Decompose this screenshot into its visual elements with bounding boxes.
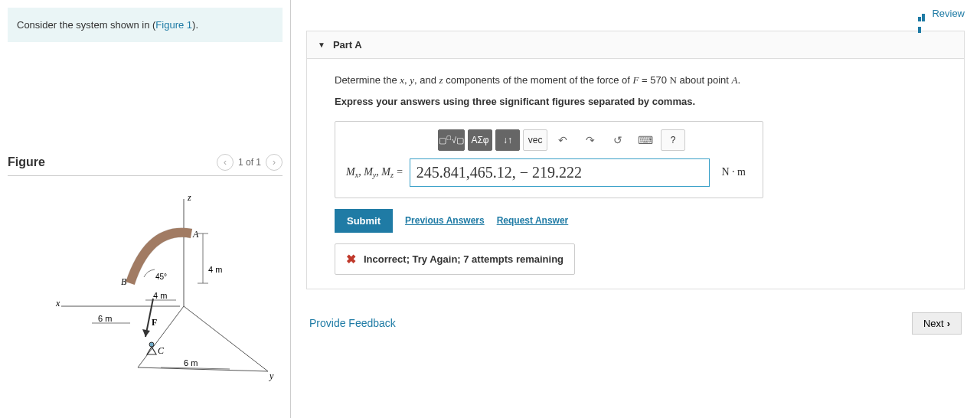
fig-B-label: B — [121, 276, 127, 287]
instruction-text: Express your answers using three signifi… — [335, 96, 936, 107]
fig-6mA-label: 6 m — [98, 314, 112, 323]
review-icon — [918, 10, 929, 18]
fig-A-label: A — [192, 229, 199, 240]
figure-pager: ‹ 1 of 1 › — [217, 154, 283, 171]
bottom-row: Provide Feedback Next › — [306, 312, 965, 335]
fig-z-label: z — [187, 192, 191, 203]
fig-4mB-label: 4 m — [153, 291, 167, 300]
figure-header: Figure ‹ 1 of 1 › — [8, 149, 283, 176]
figure-title: Figure — [8, 155, 45, 169]
submit-button[interactable]: Submit — [335, 209, 393, 233]
right-panel: Review ▼ Part A Determine the x, y, and … — [291, 0, 980, 418]
submit-row: Submit Previous Answers Request Answer — [335, 209, 936, 233]
undo-button[interactable]: ↶ — [550, 129, 575, 151]
fig-4mA-label: 4 m — [208, 265, 222, 274]
fig-F-label: F — [152, 317, 157, 328]
feedback-text: Incorrect; Try Again; 7 attempts remaini… — [364, 253, 564, 265]
fig-angle-label: 45° — [155, 273, 167, 281]
svg-line-2 — [138, 367, 268, 371]
help-button[interactable]: ? — [661, 129, 685, 151]
fig-C-label: C — [158, 345, 165, 356]
problem-statement: Consider the system shown in (Figure 1). — [8, 8, 283, 42]
review-text: Review — [932, 8, 965, 19]
figure-prev-button[interactable]: ‹ — [217, 154, 234, 171]
answer-box: ▢▢√▢ ΑΣφ ↓↑ vec ↶ ↷ ↺ ⌨ ? Mx, My, Mz = N… — [335, 121, 763, 198]
provide-feedback-link[interactable]: Provide Feedback — [309, 317, 396, 329]
greek-button[interactable]: ΑΣφ — [468, 129, 492, 151]
keyboard-button[interactable]: ⌨ — [633, 129, 658, 151]
vec-button[interactable]: vec — [523, 129, 547, 151]
fig-y-label: y — [269, 371, 274, 381]
incorrect-icon: ✖ — [346, 252, 356, 266]
fig-6mB-label: 6 m — [184, 358, 198, 367]
answer-toolbar: ▢▢√▢ ΑΣφ ↓↑ vec ↶ ↷ ↺ ⌨ ? — [346, 129, 752, 151]
caret-down-icon: ▼ — [318, 41, 325, 49]
part-title: Part A — [333, 39, 362, 51]
question-text: Determine the x, y, and z components of … — [335, 73, 936, 88]
reset-button[interactable]: ↺ — [606, 129, 630, 151]
updown-button[interactable]: ↓↑ — [495, 129, 520, 151]
part-a-header[interactable]: ▼ Part A — [306, 31, 965, 59]
svg-point-12 — [149, 342, 154, 347]
figure-link[interactable]: Figure 1 — [155, 19, 192, 31]
next-button[interactable]: Next › — [912, 312, 962, 335]
review-link[interactable]: Review — [918, 8, 965, 19]
part-body: Determine the x, y, and z components of … — [306, 59, 965, 289]
figure-pager-text: 1 of 1 — [238, 157, 261, 168]
answer-label: Mx, My, Mz = — [346, 166, 403, 178]
request-answer-link[interactable]: Request Answer — [497, 215, 569, 226]
previous-answers-link[interactable]: Previous Answers — [405, 215, 485, 226]
figure-next-button[interactable]: › — [266, 154, 283, 171]
answer-input[interactable] — [410, 158, 710, 187]
answer-unit: N · m — [716, 166, 753, 178]
svg-marker-10 — [142, 329, 150, 337]
chevron-right-icon: › — [947, 318, 950, 329]
answer-row: Mx, My, Mz = N · m — [346, 158, 752, 187]
templates-button[interactable]: ▢▢√▢ — [438, 129, 465, 151]
left-panel: Consider the system shown in (Figure 1).… — [0, 0, 291, 418]
redo-button[interactable]: ↷ — [578, 129, 603, 151]
figure-image: z x y A B C F 45° 4 m 4 m 6 m 6 m — [8, 176, 283, 393]
problem-text-after: ). — [192, 19, 198, 31]
feedback-message: ✖ Incorrect; Try Again; 7 attempts remai… — [335, 243, 575, 275]
problem-text-before: Consider the system shown in ( — [17, 19, 155, 31]
fig-x-label: x — [55, 298, 60, 309]
svg-line-1 — [138, 306, 184, 367]
